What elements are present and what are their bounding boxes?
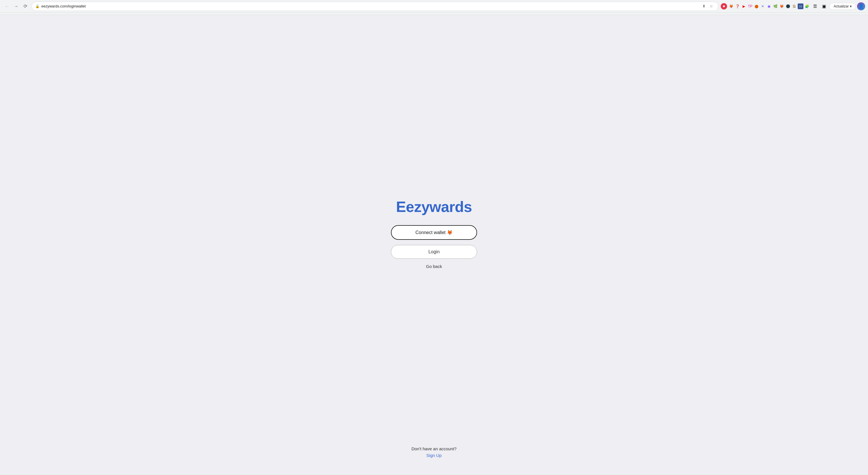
address-bar[interactable]: 🔒 eezywards.com/loginwallet ⬆ ☆	[32, 2, 718, 11]
lock-icon: 🔒	[35, 4, 40, 8]
ext-icon-6[interactable]: ✕	[760, 3, 766, 9]
forward-button[interactable]: →	[12, 2, 20, 10]
profile-avatar[interactable]: 👤	[857, 2, 865, 10]
app-title: Eezywards	[396, 198, 472, 215]
address-bar-actions: ⬆ ☆	[701, 3, 715, 10]
menu-button[interactable]: ☰	[811, 2, 819, 10]
share-button[interactable]: ⬆	[701, 3, 707, 10]
browser-toolbar-right: ⏺ 🦊 ❓ ▶ TP ⬤ ✕ ◉ 🌿 🦊 🌑 🏠 11 🧩 ☰ ▣ Actual…	[721, 2, 865, 10]
ext-icon-10[interactable]: 🌑	[785, 3, 791, 9]
browser-chrome: ← → ⟳ 🔒 eezywards.com/loginwallet ⬆ ☆ ⏺ …	[0, 0, 868, 12]
main-container: Eezywards Connect wallet 🦊 Login Go back	[391, 198, 477, 269]
ext-icon-1[interactable]: 🦊	[728, 3, 734, 9]
update-button[interactable]: Actualizar ▾	[829, 3, 856, 10]
sign-up-link[interactable]: Sign Up	[426, 453, 441, 458]
ext-icon-9[interactable]: 🦊	[779, 3, 784, 9]
go-back-link[interactable]: Go back	[426, 264, 442, 269]
nav-buttons: ← → ⟳	[3, 2, 29, 10]
bookmark-button[interactable]: ☆	[708, 3, 715, 10]
ext-icon-2[interactable]: ❓	[735, 3, 740, 9]
tab-bar	[0, 12, 868, 15]
login-button[interactable]: Login	[391, 245, 477, 259]
reload-button[interactable]: ⟳	[21, 2, 29, 10]
go-back-label: Go back	[426, 264, 442, 269]
ext-icon-8[interactable]: 🌿	[772, 3, 778, 9]
extension-icons: 🦊 ❓ ▶ TP ⬤ ✕ ◉ 🌿 🦊 🌑 🏠 11 🧩	[728, 3, 810, 9]
back-button[interactable]: ←	[3, 2, 11, 10]
ext-icon-11[interactable]: 🏠	[792, 3, 797, 9]
connect-wallet-button[interactable]: Connect wallet 🦊	[391, 225, 477, 240]
page-content: Eezywards Connect wallet 🦊 Login Go back…	[0, 15, 868, 475]
sidebar-button[interactable]: ▣	[820, 2, 828, 10]
url-text: eezywards.com/loginwallet	[41, 4, 699, 8]
update-button-label: Actualizar	[834, 4, 849, 8]
bottom-section: Don't have an account? Sign Up	[411, 446, 456, 458]
ext-icon-5[interactable]: ⬤	[753, 3, 759, 9]
ext-icon-4[interactable]: TP	[747, 3, 753, 9]
no-account-text: Don't have an account?	[411, 446, 456, 451]
ext-icon-7[interactable]: ◉	[766, 3, 772, 9]
chevron-down-icon: ▾	[850, 4, 851, 8]
record-button[interactable]: ⏺	[721, 3, 727, 9]
ext-icon-12[interactable]: 11	[798, 3, 803, 9]
ext-icon-13[interactable]: 🧩	[804, 3, 810, 9]
login-label: Login	[428, 249, 439, 254]
connect-wallet-label: Connect wallet 🦊	[415, 230, 453, 235]
sign-up-label: Sign Up	[426, 453, 441, 458]
ext-icon-3[interactable]: ▶	[741, 3, 747, 9]
